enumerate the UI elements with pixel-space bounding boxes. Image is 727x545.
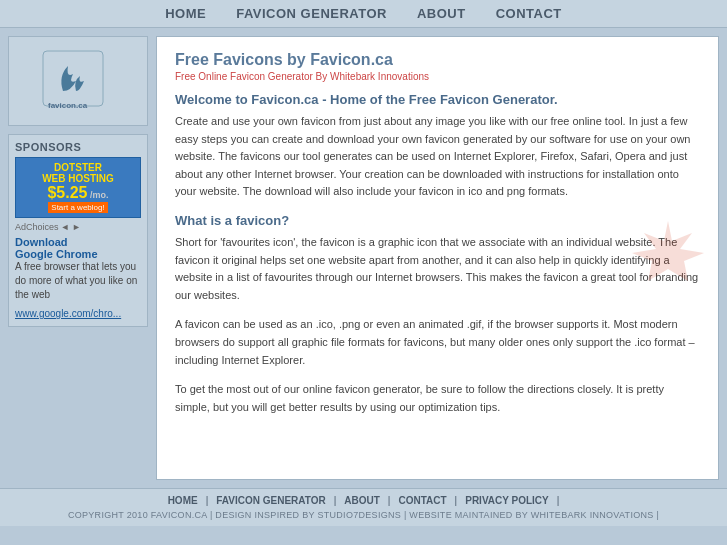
bottom-links-row: HOME | FAVICON GENERATOR | ABOUT | CONTA… — [0, 495, 727, 506]
footer-home[interactable]: HOME — [168, 495, 198, 506]
site-logo: favicon.ca — [38, 46, 118, 116]
nav-favicon-generator[interactable]: FAVICON GENERATOR — [236, 6, 387, 21]
page-title: Free Favicons by Favicon.ca — [175, 51, 700, 69]
svg-text:favicon.ca: favicon.ca — [48, 101, 88, 110]
favicon-description: Short for 'favourites icon', the favicon… — [175, 234, 700, 304]
sidebar-description: A free browser that lets you do more of … — [15, 260, 141, 302]
ad-price: $5.25 /mo. — [20, 184, 136, 202]
logo-box: favicon.ca — [8, 36, 148, 126]
nav-home[interactable]: HOME — [165, 6, 206, 21]
adchoices-arrows: ◄ ► — [61, 222, 81, 232]
sidebar: favicon.ca SPONSORS DOTSTER WEB HOSTING … — [8, 36, 148, 480]
usage-tips: To get the most out of our online favico… — [175, 381, 700, 416]
svg-rect-0 — [43, 51, 103, 106]
sponsors-box: SPONSORS DOTSTER WEB HOSTING $5.25 /mo. … — [8, 134, 148, 327]
footer-favicon-generator[interactable]: FAVICON GENERATOR — [216, 495, 325, 506]
intro-paragraph: Create and use your own favicon from jus… — [175, 113, 700, 201]
bottom-navigation: HOME | FAVICON GENERATOR | ABOUT | CONTA… — [0, 488, 727, 526]
ad-cta-button[interactable]: Start a weblog! — [48, 202, 107, 213]
adchoices-label: AdChoices — [15, 222, 59, 232]
ad-line2: WEB HOSTING — [20, 173, 136, 184]
sponsor-ad[interactable]: DOTSTER WEB HOSTING $5.25 /mo. Start a w… — [15, 157, 141, 218]
footer-contact[interactable]: CONTACT — [398, 495, 446, 506]
footer-privacy-policy[interactable]: PRIVACY POLICY — [465, 495, 549, 506]
main-content: Free Favicons by Favicon.ca Free Online … — [156, 36, 719, 480]
google-url[interactable]: www.google.com/chro... — [15, 308, 121, 319]
top-navigation: HOME FAVICON GENERATOR ABOUT CONTACT — [0, 0, 727, 28]
chrome-link[interactable]: Google Chrome — [15, 248, 141, 260]
footer-about[interactable]: ABOUT — [344, 495, 380, 506]
nav-about[interactable]: ABOUT — [417, 6, 466, 21]
nav-contact[interactable]: CONTACT — [496, 6, 562, 21]
download-link[interactable]: Download — [15, 236, 141, 248]
ad-line1: DOTSTER — [20, 162, 136, 173]
sponsors-title: SPONSORS — [15, 141, 141, 153]
favicon-formats: A favicon can be used as an .ico, .png o… — [175, 316, 700, 369]
content-subtitle: Free Online Favicon Generator By Whiteba… — [175, 71, 700, 82]
copyright-text: COPYRIGHT 2010 FAVICON.CA | DESIGN INSPI… — [0, 510, 727, 520]
welcome-heading: Welcome to Favicon.ca - Home of the Free… — [175, 92, 700, 107]
maple-leaf-decoration — [628, 217, 708, 297]
what-is-favicon-heading: What is a favicon? — [175, 213, 700, 228]
adchoices-row: AdChoices ◄ ► — [15, 222, 141, 232]
main-wrapper: favicon.ca SPONSORS DOTSTER WEB HOSTING … — [0, 28, 727, 488]
